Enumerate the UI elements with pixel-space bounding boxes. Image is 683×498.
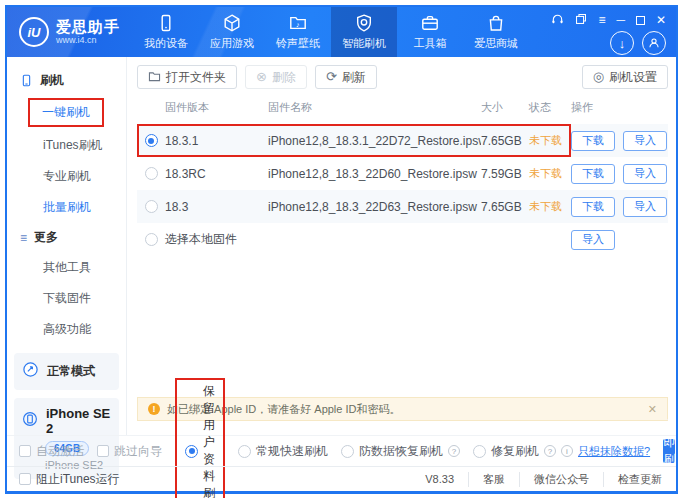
download-manager-icon[interactable]: ↓ [610, 31, 634, 55]
anti-recovery-radio[interactable] [341, 445, 354, 458]
keep-user-data-radio[interactable] [185, 445, 198, 458]
sidebar-item-other-tools[interactable]: 其他工具 [7, 252, 126, 283]
phone-icon [20, 74, 33, 88]
tab-i4-store[interactable]: 爱思商城 [463, 7, 529, 57]
firmware-radio[interactable] [145, 134, 158, 147]
table-row-18-3[interactable]: 18.3 iPhone12,8_18.3_22D63_Restore.ipsw … [137, 190, 668, 223]
sidebar-item-itunes-flash[interactable]: iTunes刷机 [7, 130, 126, 161]
warning-icon: ! [148, 403, 160, 415]
button-label: 刷机设置 [609, 69, 657, 86]
app-site-url: www.i4.cn [56, 35, 120, 45]
sidebar-item-download-firmware[interactable]: 下载固件 [7, 283, 126, 314]
list-menu-icon: ≡ [20, 233, 27, 243]
repair-flash-option[interactable]: 修复刷机 ? i 只想抹除数据? [473, 443, 650, 460]
folder-music-icon: ♪ [288, 13, 308, 33]
tab-smart-flash[interactable]: 智能刷机 [331, 7, 397, 57]
sidebar-item-one-click-flash[interactable]: 一键刷机 [7, 95, 126, 130]
firmware-radio[interactable] [145, 200, 158, 213]
close-icon[interactable]: ✕ [656, 13, 666, 27]
app-window: iU 爱思助手 www.i4.cn 我的设备 应用游戏 [5, 5, 678, 494]
tab-apps-games[interactable]: 应用游戏 [199, 7, 265, 57]
option-label: 常规快速刷机 [256, 443, 328, 460]
table-row-local-firmware[interactable]: 选择本地固件 导入 [137, 223, 668, 256]
sidebar-group-flash[interactable]: 刷机 [7, 66, 126, 95]
device-icon [156, 13, 176, 33]
import-button[interactable]: 导入 [571, 230, 615, 250]
block-itunes-option[interactable]: 阻止iTunes运行 [19, 471, 120, 488]
folder-icon [148, 71, 161, 84]
device-mode-card: 正常模式 [14, 353, 119, 390]
option-label: 跳过向导 [114, 443, 162, 460]
firmware-radio[interactable] [145, 167, 158, 180]
refresh-button[interactable]: ⟳ 刷新 [315, 65, 377, 89]
status-badge: 未下载 [529, 199, 571, 214]
notice-close-icon[interactable]: ✕ [648, 403, 657, 416]
tab-ringtones-wallpapers[interactable]: ♪ 铃声壁纸 [265, 7, 331, 57]
minimize-icon[interactable]: ─ [616, 13, 625, 27]
account-icon[interactable] [642, 31, 666, 55]
app-logo: iU 爱思助手 www.i4.cn [7, 7, 133, 57]
tab-label: 应用游戏 [210, 36, 254, 51]
button-label: 删除 [272, 69, 296, 86]
table-row-18-3rc[interactable]: 18.3RC iPhone12,8_18.3_22D60_Restore.ips… [137, 157, 668, 190]
download-button[interactable]: 下载 [571, 197, 615, 217]
tab-toolbox[interactable]: 工具箱 [397, 7, 463, 57]
refresh-icon: ⟳ [326, 71, 337, 83]
table-row-18-3-1[interactable]: 18.3.1 iPhone12,8_18.3.1_22D72_Restore.i… [137, 124, 668, 157]
block-itunes-checkbox[interactable] [19, 473, 31, 485]
quick-flash-radio[interactable] [238, 445, 251, 458]
anti-recovery-flash-option[interactable]: 防数据恢复刷机 ? [341, 443, 460, 460]
cell-name: iPhone12,8_18.3_22D60_Restore.ipsw [268, 167, 481, 181]
sidebar-item-pro-flash[interactable]: 专业刷机 [7, 161, 126, 192]
maximize-icon[interactable] [636, 16, 645, 25]
tab-label: 智能刷机 [342, 36, 386, 51]
option-label: 阻止iTunes运行 [36, 471, 120, 488]
col-header-name: 固件名称 [268, 100, 481, 115]
svg-text:♪: ♪ [296, 21, 300, 28]
quick-flash-option[interactable]: 常规快速刷机 [238, 443, 328, 460]
cell-name: iPhone12,8_18.3.1_22D72_Restore.ipsw [268, 134, 481, 148]
info-icon: i [561, 445, 573, 457]
delete-button[interactable]: ⊗ 删除 [245, 65, 307, 89]
check-update-link[interactable]: 检查更新 [603, 472, 676, 487]
flash-settings-button[interactable]: ◎ 刷机设置 [582, 65, 668, 89]
main-tabs: 我的设备 应用游戏 ♪ 铃声壁纸 [133, 7, 529, 57]
customer-service-link[interactable]: 客服 [468, 472, 519, 487]
flash-options-bar: 自动激活 跳过向导 保留用户资料刷机 常规快速刷机 防数据恢复刷机 ? 修复刷机… [7, 435, 676, 466]
sidebar-group-label: 刷机 [40, 72, 64, 89]
skip-setup-option[interactable]: 跳过向导 [97, 443, 162, 460]
cell-size: 7.59GB [481, 167, 529, 181]
import-button[interactable]: 导入 [623, 164, 667, 184]
cell-size: 7.65GB [481, 200, 529, 214]
auto-activate-option[interactable]: 自动激活 [19, 443, 84, 460]
sidebar-item-label: 一键刷机 [42, 105, 90, 119]
sidebar-group-more[interactable]: ≡ 更多 [7, 223, 126, 252]
open-folder-button[interactable]: 打开文件夹 [137, 65, 237, 89]
firmware-radio[interactable] [145, 233, 158, 246]
import-button[interactable]: 导入 [623, 131, 667, 151]
flash-now-button[interactable]: 立即刷机 [663, 439, 675, 463]
tab-my-device[interactable]: 我的设备 [133, 7, 199, 57]
option-label: 自动激活 [36, 443, 84, 460]
menu-icon[interactable]: ≡ [598, 13, 605, 27]
sidebar-item-advanced-features[interactable]: 高级功能 [7, 314, 126, 345]
import-button[interactable]: 导入 [623, 197, 667, 217]
button-label: 打开文件夹 [166, 69, 226, 86]
app-title: 爱思助手 [56, 19, 120, 35]
shield-flash-icon [354, 13, 374, 33]
auto-activate-checkbox[interactable] [19, 445, 31, 457]
theme-skin-icon[interactable] [575, 13, 587, 28]
skip-setup-checkbox[interactable] [97, 445, 109, 457]
wechat-account-link[interactable]: 微信公众号 [519, 472, 603, 487]
cell-version: 选择本地固件 [165, 231, 268, 248]
sidebar-item-batch-flash[interactable]: 批量刷机 [7, 192, 126, 223]
version-label: V8.33 [411, 473, 468, 485]
window-controls: ≡ ─ ✕ ↓ [541, 7, 676, 57]
repair-flash-radio[interactable] [473, 445, 486, 458]
erase-data-link[interactable]: 只想抹除数据? [578, 444, 650, 459]
help-icon[interactable]: ? [544, 445, 556, 457]
download-button[interactable]: 下载 [571, 164, 615, 184]
headset-icon[interactable] [551, 13, 564, 28]
help-icon[interactable]: ? [448, 445, 460, 457]
download-button[interactable]: 下载 [571, 131, 615, 151]
